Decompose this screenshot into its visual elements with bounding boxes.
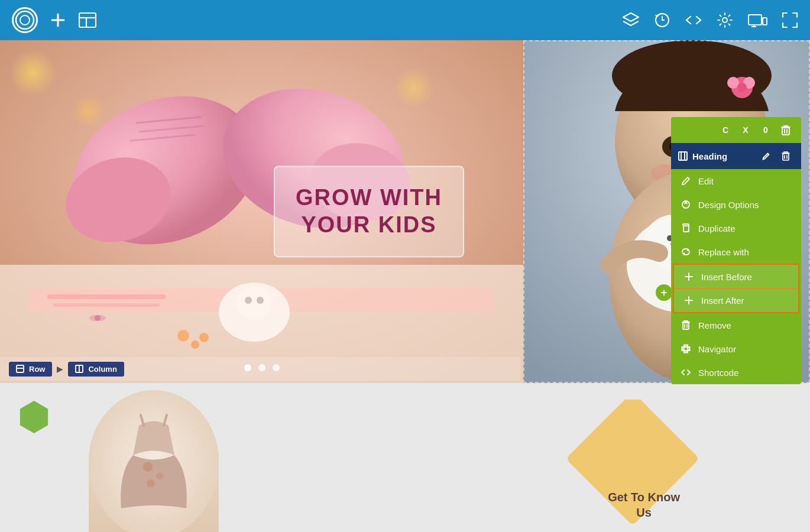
fullscreen-icon[interactable] bbox=[782, 12, 798, 28]
svg-point-0 bbox=[16, 11, 34, 29]
svg-point-43 bbox=[737, 83, 747, 92]
svg-rect-4 bbox=[79, 13, 96, 27]
floating-plus-button[interactable]: + bbox=[656, 284, 672, 301]
heading-edit-button[interactable] bbox=[757, 148, 774, 164]
edit-icon bbox=[681, 176, 691, 186]
svg-rect-73 bbox=[679, 152, 687, 160]
menu-item-edit[interactable]: Edit bbox=[671, 169, 801, 193]
svg-rect-11 bbox=[763, 18, 767, 25]
menu-item-insert-before[interactable]: Insert Before bbox=[673, 264, 799, 289]
insert-after-icon bbox=[683, 295, 694, 306]
svg-point-15 bbox=[9, 49, 56, 96]
ctx-zero-button[interactable]: 0 bbox=[757, 122, 774, 138]
svg-point-66 bbox=[147, 479, 155, 488]
svg-point-34 bbox=[177, 330, 189, 342]
menu-item-design[interactable]: Design Options bbox=[671, 193, 801, 216]
svg-point-9 bbox=[722, 18, 727, 22]
svg-point-64 bbox=[143, 462, 153, 472]
menu-shortcode-label: Shortcode bbox=[698, 368, 738, 378]
svg-rect-28 bbox=[53, 303, 160, 307]
menu-design-label: Design Options bbox=[698, 200, 759, 210]
design-icon bbox=[681, 199, 691, 210]
svg-point-30 bbox=[236, 287, 272, 320]
breadcrumb-bar: Row ▶ Column bbox=[0, 357, 520, 381]
remove-icon bbox=[681, 320, 691, 330]
svg-point-32 bbox=[257, 297, 264, 304]
toolbar-left bbox=[12, 7, 97, 33]
svg-rect-70 bbox=[782, 128, 789, 135]
svg-rect-85 bbox=[683, 323, 689, 329]
svg-point-41 bbox=[727, 77, 739, 89]
heading-label: Heading bbox=[678, 151, 753, 161]
hero-heading: GROW WITH YOUR KIDS bbox=[296, 184, 442, 238]
navigator-icon bbox=[681, 343, 691, 354]
toolbar-right bbox=[622, 12, 798, 28]
svg-point-31 bbox=[245, 297, 252, 304]
duplicate-icon bbox=[681, 223, 691, 233]
menu-remove-label: Remove bbox=[698, 320, 731, 330]
menu-item-duplicate[interactable]: Duplicate bbox=[671, 216, 801, 240]
ctx-x-button[interactable]: X bbox=[737, 122, 754, 138]
settings-icon[interactable] bbox=[717, 12, 733, 28]
heading-delete-button[interactable] bbox=[777, 148, 794, 164]
add-button[interactable] bbox=[50, 12, 66, 28]
menu-insert-before-label: Insert Before bbox=[701, 272, 752, 282]
menu-item-insert-after[interactable]: Insert After bbox=[673, 288, 799, 313]
hex-decoration bbox=[18, 401, 50, 433]
menu-item-shortcode[interactable]: Shortcode bbox=[671, 361, 801, 384]
device-icon[interactable] bbox=[747, 12, 767, 28]
insert-before-icon bbox=[683, 271, 694, 282]
hero-image-left: GROW WITH YOUR KIDS bbox=[0, 40, 523, 383]
breadcrumb-column-label: Column bbox=[88, 365, 116, 374]
circle-dress-image bbox=[89, 390, 219, 532]
breadcrumb-arrow: ▶ bbox=[57, 364, 63, 374]
svg-rect-76 bbox=[783, 154, 789, 160]
menu-duplicate-label: Duplicate bbox=[698, 223, 736, 233]
layers-icon[interactable] bbox=[622, 12, 640, 28]
context-menu-wrapper: C X 0 Heading bbox=[671, 117, 801, 384]
history-icon[interactable] bbox=[654, 12, 670, 28]
svg-point-33 bbox=[95, 315, 101, 321]
heading-bar: Heading bbox=[671, 143, 801, 169]
svg-point-1 bbox=[20, 15, 30, 25]
top-toolbar bbox=[0, 0, 810, 40]
breadcrumb-row[interactable]: Row bbox=[9, 362, 52, 377]
context-menu: Edit Design Options bbox=[671, 169, 801, 384]
svg-point-35 bbox=[191, 340, 199, 349]
ctx-delete-top-button[interactable] bbox=[777, 122, 794, 138]
ctx-c-button[interactable]: C bbox=[717, 122, 734, 138]
svg-point-16 bbox=[72, 95, 105, 128]
svg-point-36 bbox=[199, 333, 209, 342]
menu-replace-label: Replace with bbox=[698, 247, 749, 257]
hero-text-overlay: GROW WITH YOUR KIDS bbox=[274, 166, 464, 257]
menu-item-remove[interactable]: Remove bbox=[671, 313, 801, 337]
menu-item-navigator[interactable]: Navigator bbox=[671, 337, 801, 361]
svg-marker-7 bbox=[623, 13, 639, 21]
context-menu-top-bar: C X 0 bbox=[671, 117, 801, 143]
main-content: GROW WITH YOUR KIDS bbox=[0, 40, 810, 532]
logo-icon[interactable] bbox=[12, 7, 38, 33]
get-to-know-text: Get To Know Us bbox=[608, 489, 680, 520]
menu-item-replace[interactable]: Replace with bbox=[671, 240, 801, 264]
menu-navigator-label: Navigator bbox=[698, 344, 736, 354]
below-hero: Get To Know Us bbox=[0, 383, 810, 532]
svg-marker-88 bbox=[682, 345, 690, 353]
code-icon[interactable] bbox=[685, 12, 702, 28]
svg-rect-59 bbox=[17, 365, 24, 372]
menu-insert-after-label: Insert After bbox=[701, 296, 744, 306]
svg-point-17 bbox=[393, 67, 435, 108]
shortcode-icon bbox=[681, 367, 691, 378]
breadcrumb-column[interactable]: Column bbox=[68, 362, 124, 377]
svg-rect-10 bbox=[749, 15, 762, 25]
breadcrumb-row-label: Row bbox=[29, 365, 45, 374]
svg-point-65 bbox=[156, 472, 163, 479]
menu-edit-label: Edit bbox=[698, 176, 714, 186]
heading-bar-buttons bbox=[757, 148, 794, 164]
layout-button[interactable] bbox=[78, 12, 97, 28]
replace-icon bbox=[681, 246, 691, 257]
svg-rect-27 bbox=[47, 294, 166, 299]
